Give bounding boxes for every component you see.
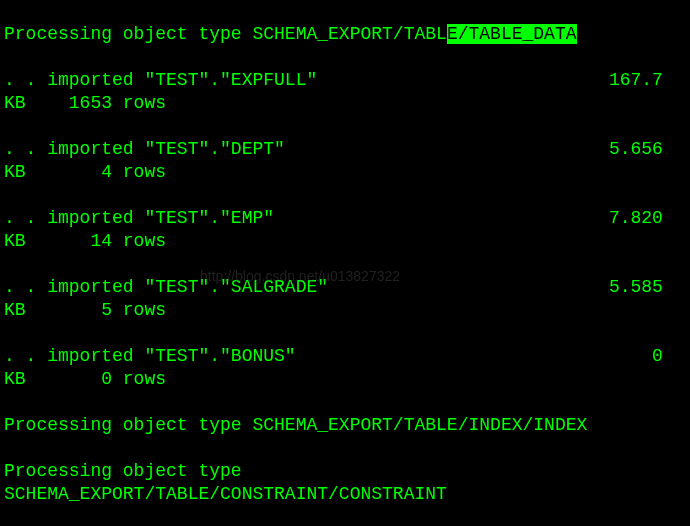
processing-text-prefix: Processing object type SCHEMA_EXPORT/TAB… (4, 24, 447, 44)
import-row-salgrade: . . imported "TEST"."SALGRADE" 5.585 KB … (4, 276, 686, 322)
processing-line-constraint: Processing object type SCHEMA_EXPORT/TAB… (4, 460, 686, 506)
processing-line-index: Processing object type SCHEMA_EXPORT/TAB… (4, 414, 686, 437)
import-row-emp: . . imported "TEST"."EMP" 7.820 KB 14 ro… (4, 207, 686, 253)
highlighted-selection: E/TABLE_DATA (447, 24, 577, 44)
terminal-output: Processing object type SCHEMA_EXPORT/TAB… (4, 0, 686, 526)
import-row-bonus: . . imported "TEST"."BONUS" 0 KB 0 rows (4, 345, 686, 391)
import-row-expfull: . . imported "TEST"."EXPFULL" 167.7 KB 1… (4, 69, 686, 115)
import-row-dept: . . imported "TEST"."DEPT" 5.656 KB 4 ro… (4, 138, 686, 184)
processing-line-table-data: Processing object type SCHEMA_EXPORT/TAB… (4, 23, 686, 46)
